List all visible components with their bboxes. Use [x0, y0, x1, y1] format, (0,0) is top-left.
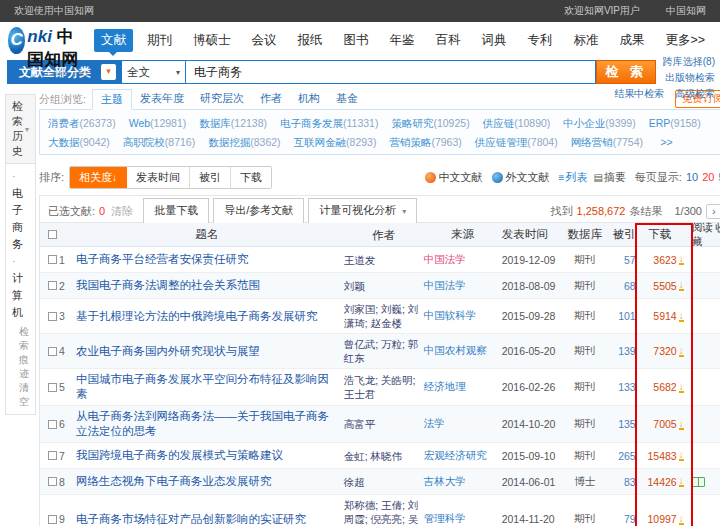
paper-source-link[interactable]: 宏观经济研究 [424, 449, 502, 463]
cross-db-link[interactable]: 跨库选择(8) [595, 54, 715, 70]
paper-authors[interactable]: 王道发 [344, 253, 424, 267]
foreign-literature-toggle[interactable]: 外文文献 [492, 170, 550, 185]
more-tags-link[interactable]: >> [660, 136, 672, 148]
sort-option[interactable]: 相关度↓ [70, 167, 127, 188]
topic-tag-link[interactable]: 供应链管理(7804) [475, 136, 558, 148]
cited-count[interactable]: 79 [604, 513, 636, 525]
collapse-icon[interactable]: ▾ [25, 125, 29, 134]
abstract-view-toggle[interactable]: ▤摘要 [593, 170, 625, 185]
paper-source-link[interactable]: 中国软科学 [424, 309, 502, 323]
download-icon[interactable]: ↓ [679, 311, 684, 322]
topic-tag-link[interactable]: 网络营销(7754) [571, 136, 643, 148]
topic-tag-link[interactable]: 供应链(10890) [483, 117, 551, 129]
row-checkbox[interactable] [48, 312, 57, 321]
clear-history-link[interactable]: 清空 [19, 382, 29, 407]
topic-tag-link[interactable]: 营销策略(7963) [389, 136, 461, 148]
nav-item[interactable]: 图书 [336, 29, 375, 52]
paper-authors[interactable]: 郑称德; 王倩; 刘周霞; 倪亮亮; 吴宣真 [344, 498, 424, 526]
sort-option[interactable]: 被引 [190, 167, 231, 188]
download-icon[interactable]: ↓ [679, 476, 684, 487]
paper-title-link[interactable]: 电子商务市场特征对产品创新影响的实证研究 [76, 512, 344, 526]
download-icon[interactable]: ↓ [679, 514, 684, 525]
paper-source-link[interactable]: 经济地理 [424, 380, 502, 394]
metrics-visualization-button[interactable]: 计量可视化分析 ▾ [308, 198, 417, 224]
header-database[interactable]: 数据库 [566, 227, 604, 242]
group-tab[interactable]: 作者 [252, 89, 290, 109]
paper-source-link[interactable]: 中国法学 [424, 279, 502, 293]
row-checkbox[interactable] [48, 347, 57, 356]
nav-item[interactable]: 成果 [612, 29, 651, 52]
topic-tag-link[interactable]: 电子商务发展(11331) [280, 117, 378, 129]
sort-option[interactable]: 发表时间 [127, 167, 190, 188]
nav-item[interactable]: 期刊 [140, 29, 179, 52]
topic-tag-link[interactable]: 消费者(26373) [48, 117, 116, 129]
group-tab[interactable]: 发表年度 [132, 89, 192, 109]
paper-source-link[interactable]: 中国农村观察 [424, 344, 502, 358]
list-view-toggle[interactable]: ≡列表 [559, 170, 588, 185]
nav-item[interactable]: 文献 [94, 29, 133, 52]
topic-tag-link[interactable]: 高职院校(8716) [123, 136, 195, 148]
nav-item[interactable]: 博硕士 [186, 29, 238, 52]
per-page-option[interactable]: 20 [702, 171, 714, 183]
paper-authors[interactable]: 曾亿武; 万粒; 郭红东 [344, 337, 424, 365]
download-icon[interactable]: ↓ [679, 382, 684, 393]
cited-count[interactable]: 68 [604, 280, 636, 292]
paper-title-link[interactable]: 网络生态视角下电子商务业态发展研究 [76, 474, 344, 489]
cited-count[interactable]: 139 [604, 345, 636, 357]
nav-item[interactable]: 词典 [474, 29, 513, 52]
cited-count[interactable]: 83 [604, 476, 636, 488]
row-checkbox[interactable] [48, 477, 57, 486]
topic-tag-link[interactable]: 数据挖掘(8362) [208, 136, 280, 148]
history-item[interactable]: 计算机 [12, 253, 29, 321]
header-title[interactable]: 题名 [76, 227, 344, 242]
paper-source-link[interactable]: 中国法学 [424, 253, 502, 267]
paper-title-link[interactable]: 农业电子商务国内外研究现状与展望 [76, 344, 344, 359]
topic-tag-link[interactable]: 策略研究(10925) [391, 117, 469, 129]
paper-title-link[interactable]: 基于扎根理论方法的中俄跨境电子商务发展研究 [76, 309, 344, 324]
group-tab[interactable]: 机构 [290, 89, 328, 109]
batch-download-button[interactable]: 批量下载 [143, 198, 209, 224]
search-trace-link[interactable]: 检索痕迹 [19, 326, 29, 379]
paper-authors[interactable]: 刘家国; 刘巍; 刘潇琦; 赵金楼 [344, 302, 424, 330]
row-checkbox[interactable] [48, 420, 57, 429]
paper-authors[interactable]: 刘颖 [344, 279, 424, 293]
clear-selection-link[interactable]: 清除 [111, 204, 133, 219]
nav-item[interactable]: 标准 [566, 29, 605, 52]
paper-source-link[interactable]: 管理科学 [424, 512, 502, 526]
history-item[interactable]: 电子商务 [12, 168, 29, 253]
header-date[interactable]: 发表时间 [502, 227, 566, 242]
read-online-icon[interactable] [692, 477, 705, 487]
nav-item[interactable]: 年鉴 [382, 29, 421, 52]
paper-authors[interactable]: 金虹; 林晓伟 [344, 449, 424, 463]
export-references-button[interactable]: 导出/参考文献 [213, 198, 304, 224]
search-input[interactable] [186, 60, 596, 84]
cited-count[interactable]: 57 [604, 254, 636, 266]
cited-count[interactable]: 265 [604, 450, 636, 462]
row-checkbox[interactable] [48, 515, 57, 524]
cnki-logo[interactable]: C nki 中国知网 cnki.net [8, 25, 90, 59]
paper-title-link[interactable]: 我国跨境电子商务的发展模式与策略建议 [76, 448, 344, 463]
sort-option[interactable]: 下载 [231, 167, 271, 188]
cited-count[interactable]: 133 [604, 381, 636, 393]
row-checkbox[interactable] [48, 255, 57, 264]
advanced-search-link[interactable]: 高级检索 [675, 86, 715, 102]
nav-item[interactable]: 百科 [428, 29, 467, 52]
row-checkbox[interactable] [48, 383, 57, 392]
header-downloads[interactable]: 下载 [636, 227, 688, 242]
chinese-literature-toggle[interactable]: 中文文献 [425, 170, 483, 185]
topic-tag-link[interactable]: 大数据(9042) [48, 136, 110, 148]
header-authors[interactable]: 作者 [344, 228, 424, 242]
download-icon[interactable]: ↓ [679, 254, 684, 265]
nav-item[interactable]: 专利 [520, 29, 559, 52]
download-icon[interactable]: ↓ [679, 419, 684, 430]
header-cited[interactable]: 被引 [604, 227, 636, 242]
paper-title-link[interactable]: 从电子商务法到网络商务法——关于我国电子商务立法定位的思考 [76, 409, 344, 439]
publication-search-link[interactable]: 出版物检索 [595, 70, 715, 86]
topic-tag-link[interactable]: 数据库(12138) [199, 117, 267, 129]
paper-authors[interactable]: 高富平 [344, 417, 424, 431]
topic-tag-link[interactable]: Web(12981) [129, 117, 187, 129]
paper-title-link[interactable]: 电子商务平台经营者安保责任研究 [76, 252, 344, 267]
group-tab[interactable]: 主题 [92, 89, 132, 110]
site-link[interactable]: 中国知网 [666, 4, 706, 18]
topic-tag-link[interactable]: ERP(9158) [649, 117, 701, 129]
